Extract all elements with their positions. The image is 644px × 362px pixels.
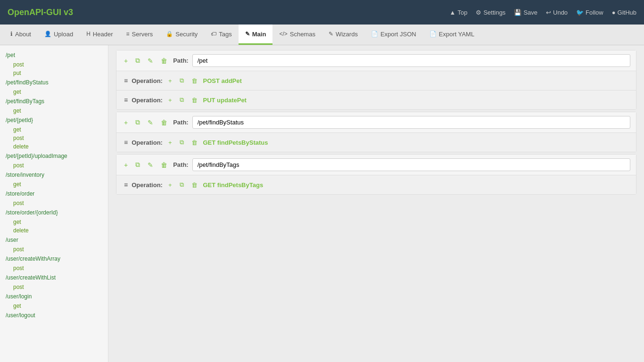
tab-servers[interactable]: ≡ Servers (120, 25, 160, 45)
app-header: OpenAPI-GUI v3 ▲ Top ⚙ Settings 💾 Save ↩… (0, 0, 644, 25)
menu-icon[interactable]: ≡ (124, 181, 128, 189)
sidebar-method[interactable]: delete (0, 142, 108, 151)
upload-icon: 👤 (44, 31, 51, 37)
path-block: +⧉✎🗑Path:≡Operation:+⧉🗑GET findPetsByTag… (116, 154, 636, 195)
copy-path-button[interactable]: ⧉ (133, 160, 142, 170)
path-block: +⧉✎🗑Path:≡Operation:+⧉🗑POST addPet≡Opera… (116, 50, 636, 110)
sidebar-method[interactable]: put (0, 69, 108, 77)
delete-operation-button[interactable]: 🗑 (190, 138, 199, 147)
app-logo: OpenAPI-GUI v3 (8, 8, 450, 17)
about-icon: ℹ (10, 31, 13, 37)
sidebar-path[interactable]: /user/createWithList (0, 272, 108, 283)
path-input[interactable] (192, 158, 630, 171)
sidebar-path[interactable]: /pet/{petId}/uploadImage (0, 151, 108, 161)
path-block: +⧉✎🗑Path:≡Operation:+⧉🗑GET findPetsBySta… (116, 112, 636, 152)
edit-path-button[interactable]: ✎ (146, 118, 155, 127)
schemas-icon: </> (279, 31, 287, 37)
add-path-button[interactable]: + (122, 118, 130, 127)
menu-icon[interactable]: ≡ (124, 77, 128, 84)
sidebar-method[interactable]: get (0, 218, 108, 226)
copy-operation-button[interactable]: ⧉ (178, 95, 186, 105)
operation-label: Operation: (132, 77, 163, 84)
sidebar-method[interactable]: get (0, 302, 108, 310)
sidebar-method[interactable]: get (0, 88, 108, 96)
sidebar-path[interactable]: /pet (0, 50, 108, 60)
tab-export-json[interactable]: 📄 Export JSON (364, 25, 423, 45)
tab-schemas[interactable]: </> Schemas (272, 25, 322, 45)
main-layout: /petpostput/pet/findByStatusget/pet/find… (0, 45, 644, 362)
nav-top[interactable]: ▲ Top (450, 9, 468, 16)
copy-path-button[interactable]: ⧉ (133, 56, 142, 66)
header-icon: H (86, 31, 91, 37)
operation-label: Operation: (132, 139, 163, 146)
sidebar-method[interactable]: post (0, 245, 108, 254)
security-icon: 🔒 (166, 31, 173, 37)
tab-export-yaml[interactable]: 📄 Export YAML (423, 25, 481, 45)
sidebar-method[interactable]: delete (0, 226, 108, 235)
operation-name: GET findPetsByTags (203, 181, 264, 189)
nav-follow[interactable]: 🐦 Follow (576, 9, 603, 16)
tab-about[interactable]: ℹ About (4, 25, 38, 45)
sidebar-path[interactable]: /user (0, 235, 108, 245)
copy-operation-button[interactable]: ⧉ (178, 138, 186, 147)
copy-operation-button[interactable]: ⧉ (178, 76, 186, 85)
nav-github[interactable]: ● GitHub (612, 9, 636, 16)
copy-path-button[interactable]: ⧉ (133, 117, 142, 127)
operation-name: POST addPet (203, 77, 242, 84)
sidebar-path[interactable]: /pet/findByStatus (0, 77, 108, 88)
sidebar-method[interactable]: post (0, 161, 108, 170)
sidebar-method[interactable]: post (0, 134, 108, 142)
operation-block: ≡Operation:+⧉🗑GET findPetsByTags (116, 175, 636, 194)
sidebar-path[interactable]: /pet/{petId} (0, 115, 108, 125)
add-path-button[interactable]: + (122, 56, 130, 66)
operation-block: ≡Operation:+⧉🗑POST addPet (116, 71, 636, 90)
nav-settings[interactable]: ⚙ Settings (476, 9, 505, 16)
sidebar-path[interactable]: /pet/findByTags (0, 96, 108, 107)
edit-path-button[interactable]: ✎ (146, 160, 155, 170)
tab-wizards[interactable]: ✎ Wizards (322, 25, 364, 45)
path-input[interactable] (192, 116, 630, 129)
add-operation-button[interactable]: + (166, 96, 174, 105)
delete-operation-button[interactable]: 🗑 (190, 181, 199, 189)
sidebar-method[interactable]: get (0, 107, 108, 115)
tab-tags[interactable]: 🏷 Tags (204, 25, 238, 45)
path-input[interactable] (192, 54, 630, 67)
delete-path-button[interactable]: 🗑 (159, 56, 169, 66)
sidebar-method[interactable]: post (0, 264, 108, 272)
tab-security[interactable]: 🔒 Security (159, 25, 204, 45)
path-label: Path: (173, 161, 189, 168)
sidebar-path[interactable]: /store/inventory (0, 170, 108, 180)
export-json-icon: 📄 (371, 31, 378, 37)
delete-path-button[interactable]: 🗑 (159, 118, 169, 127)
add-operation-button[interactable]: + (166, 138, 174, 147)
delete-path-button[interactable]: 🗑 (159, 160, 169, 170)
sidebar-method[interactable]: post (0, 283, 108, 291)
sidebar-path[interactable]: /user/login (0, 291, 108, 302)
sidebar-method[interactable]: get (0, 125, 108, 134)
nav-save[interactable]: 💾 Save (514, 9, 537, 16)
sidebar-path[interactable]: /store/order (0, 189, 108, 199)
menu-icon[interactable]: ≡ (124, 96, 128, 104)
sidebar-method[interactable]: get (0, 180, 108, 189)
tab-header[interactable]: H Header (80, 25, 119, 45)
sidebar-path[interactable]: /user/createWithArray (0, 254, 108, 264)
operation-name: PUT updatePet (203, 97, 247, 104)
delete-operation-button[interactable]: 🗑 (190, 76, 199, 85)
add-operation-button[interactable]: + (166, 76, 174, 85)
export-yaml-icon: 📄 (429, 31, 437, 37)
delete-operation-button[interactable]: 🗑 (190, 96, 199, 105)
add-operation-button[interactable]: + (166, 181, 174, 189)
add-path-button[interactable]: + (122, 160, 130, 170)
sidebar-path[interactable]: /store/order/{orderId} (0, 207, 108, 218)
sidebar-method[interactable]: post (0, 60, 108, 69)
main-content: +⧉✎🗑Path:≡Operation:+⧉🗑POST addPet≡Opera… (108, 45, 644, 362)
menu-icon[interactable]: ≡ (124, 139, 128, 146)
tab-main[interactable]: ✎ Main (239, 25, 273, 45)
sidebar-method[interactable]: post (0, 199, 108, 207)
sidebar-path[interactable]: /user/logout (0, 310, 108, 321)
copy-operation-button[interactable]: ⧉ (178, 180, 186, 189)
edit-path-button[interactable]: ✎ (146, 56, 155, 66)
tab-upload[interactable]: 👤 Upload (38, 25, 80, 45)
nav-undo[interactable]: ↩ Undo (546, 9, 568, 16)
path-label: Path: (173, 119, 189, 126)
